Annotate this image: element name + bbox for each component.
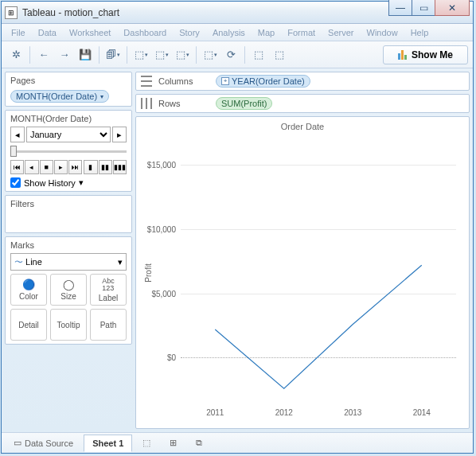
- skip-fwd-button[interactable]: ⏭: [68, 160, 82, 174]
- color-icon: 🔵: [22, 279, 35, 290]
- chart-view[interactable]: Order Date Profit $0$5,000$10,000$15,000…: [135, 116, 470, 429]
- x-tick: 2012: [275, 408, 293, 417]
- menu-help[interactable]: Help: [404, 28, 435, 37]
- menu-data[interactable]: Data: [32, 28, 63, 37]
- menu-map[interactable]: Map: [252, 28, 281, 37]
- columns-icon: [141, 76, 152, 87]
- duplicate-button[interactable]: ⬚▾: [152, 45, 171, 64]
- y-tick: $15,000: [147, 161, 181, 170]
- pages-pill[interactable]: MONTH(Order Date)▾: [10, 90, 109, 103]
- minimize-button[interactable]: —: [388, 0, 412, 16]
- y-tick: $0: [167, 353, 181, 362]
- app-icon: ⊞: [5, 6, 18, 19]
- page-next-button[interactable]: ▸: [112, 127, 127, 142]
- menu-analysis[interactable]: Analysis: [206, 28, 252, 37]
- new-dashboard-button[interactable]: ⊞: [161, 435, 185, 452]
- sheet-tab[interactable]: Sheet 1: [84, 435, 132, 452]
- marks-card: Marks 〜 Line ▾ 🔵Color ◯Size Abc123Label …: [5, 236, 132, 345]
- y-tick: $5,000: [151, 289, 181, 298]
- datasource-button[interactable]: 🗐▾: [103, 45, 123, 64]
- marks-path-button[interactable]: Path: [90, 309, 127, 341]
- marks-color-button[interactable]: 🔵Color: [10, 274, 47, 306]
- sort-asc-button[interactable]: ⬚: [249, 45, 268, 64]
- rows-icon: [141, 98, 152, 109]
- show-me-label: Show Me: [412, 49, 453, 60]
- new-story-button[interactable]: ⧉: [187, 435, 211, 452]
- refresh-button[interactable]: ⟳: [221, 45, 240, 64]
- pages-selector-label: MONTH(Order Date): [10, 114, 127, 123]
- pages-shelf: Pages MONTH(Order Date)▾: [5, 72, 132, 107]
- tableau-logo-icon[interactable]: ✲: [6, 45, 25, 64]
- clear-button[interactable]: ⬚▾: [173, 45, 192, 64]
- x-tick: 2013: [344, 408, 361, 417]
- speed-3-button[interactable]: ▮▮▮: [113, 160, 127, 174]
- show-history-toggle[interactable]: Show History ▾: [10, 177, 127, 188]
- speed-2-button[interactable]: ▮▮: [99, 160, 112, 174]
- pages-control: MONTH(Order Date) ◂ January ▸ ⏮ ◂ ■ ▸ ⏭: [5, 110, 132, 192]
- chart-ylabel: Profit: [144, 263, 153, 282]
- maximize-button[interactable]: ▭: [412, 0, 435, 16]
- play-fwd-button[interactable]: ▸: [54, 160, 68, 174]
- marks-tooltip-button[interactable]: Tooltip: [50, 309, 87, 341]
- columns-shelf[interactable]: Columns +YEAR(Order Date): [135, 72, 470, 91]
- x-tick: 2011: [206, 408, 224, 417]
- columns-label: Columns: [158, 76, 209, 86]
- marks-type-select[interactable]: 〜 Line ▾: [10, 253, 127, 271]
- bottom-tabs: ▭ Data Source Sheet 1 ⬚ ⊞ ⧉: [2, 432, 473, 453]
- page-select[interactable]: January: [26, 127, 111, 142]
- datasource-tab[interactable]: ▭ Data Source: [5, 435, 82, 452]
- close-button[interactable]: ✕: [435, 0, 470, 16]
- sort-desc-button[interactable]: ⬚: [270, 45, 289, 64]
- label-icon: Abc123: [102, 278, 115, 292]
- titlebar: ⊞ Tableau - motion_chart — ▭ ✕: [2, 2, 473, 24]
- chart-title: Order Date: [136, 122, 469, 131]
- menu-format[interactable]: Format: [281, 28, 322, 37]
- filters-title: Filters: [10, 199, 127, 209]
- back-button[interactable]: ←: [34, 45, 53, 64]
- save-button[interactable]: 💾: [76, 45, 95, 64]
- datasource-icon: ▭: [14, 438, 21, 448]
- menu-story[interactable]: Story: [173, 28, 206, 37]
- marks-title: Marks: [10, 240, 127, 250]
- marks-detail-button[interactable]: Detail: [10, 309, 47, 341]
- marks-size-button[interactable]: ◯Size: [50, 274, 87, 306]
- bars-icon: [398, 50, 407, 60]
- toolbar: ✲ ← → 💾 🗐▾ ⬚▾ ⬚▾ ⬚▾ ⬚▾ ⟳ ⬚ ⬚ Show Me: [2, 41, 473, 68]
- chevron-down-icon: ▾: [79, 177, 84, 188]
- filters-shelf[interactable]: Filters: [5, 195, 132, 233]
- menubar: File Data Worksheet Dashboard Story Anal…: [2, 24, 473, 41]
- rows-label: Rows: [158, 99, 209, 108]
- rows-pill[interactable]: SUM(Profit): [216, 97, 272, 110]
- swap-button[interactable]: ⬚▾: [201, 45, 220, 64]
- menu-worksheet[interactable]: Worksheet: [63, 28, 117, 37]
- stop-button[interactable]: ■: [40, 160, 53, 174]
- menu-file[interactable]: File: [5, 28, 32, 37]
- size-icon: ◯: [63, 279, 75, 290]
- menu-server[interactable]: Server: [322, 28, 360, 37]
- play-back-button[interactable]: ◂: [25, 160, 38, 174]
- app-window: ⊞ Tableau - motion_chart — ▭ ✕ File Data…: [1, 1, 474, 454]
- y-tick: $10,000: [147, 225, 181, 234]
- forward-button[interactable]: →: [55, 45, 74, 64]
- menu-window[interactable]: Window: [361, 28, 404, 37]
- marks-label-button[interactable]: Abc123Label: [90, 274, 127, 306]
- menu-dashboard[interactable]: Dashboard: [117, 28, 173, 37]
- show-me-button[interactable]: Show Me: [383, 45, 468, 64]
- rows-shelf[interactable]: Rows SUM(Profit): [135, 94, 470, 113]
- x-tick: 2014: [413, 408, 431, 417]
- new-worksheet-button[interactable]: ⬚: [134, 435, 159, 452]
- page-slider[interactable]: [10, 146, 127, 157]
- columns-pill[interactable]: +YEAR(Order Date): [216, 75, 310, 88]
- skip-back-button[interactable]: ⏮: [10, 160, 24, 174]
- pages-title: Pages: [10, 76, 127, 85]
- page-prev-button[interactable]: ◂: [10, 127, 25, 142]
- show-history-checkbox[interactable]: [10, 177, 21, 188]
- new-sheet-button[interactable]: ⬚▾: [131, 45, 150, 64]
- speed-1-button[interactable]: ▮: [84, 160, 97, 174]
